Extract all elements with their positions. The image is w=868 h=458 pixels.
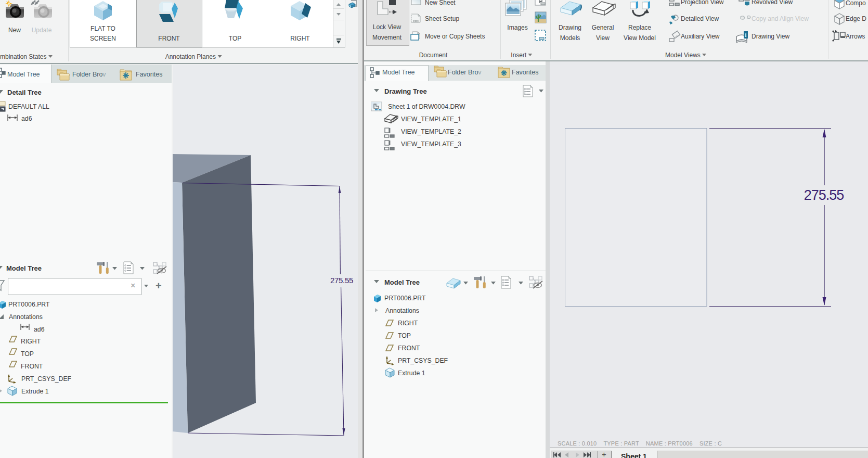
svg-text:i: i	[745, 32, 747, 38]
svg-text:275.55: 275.55	[330, 276, 353, 285]
svg-text:275.55: 275.55	[804, 187, 844, 203]
